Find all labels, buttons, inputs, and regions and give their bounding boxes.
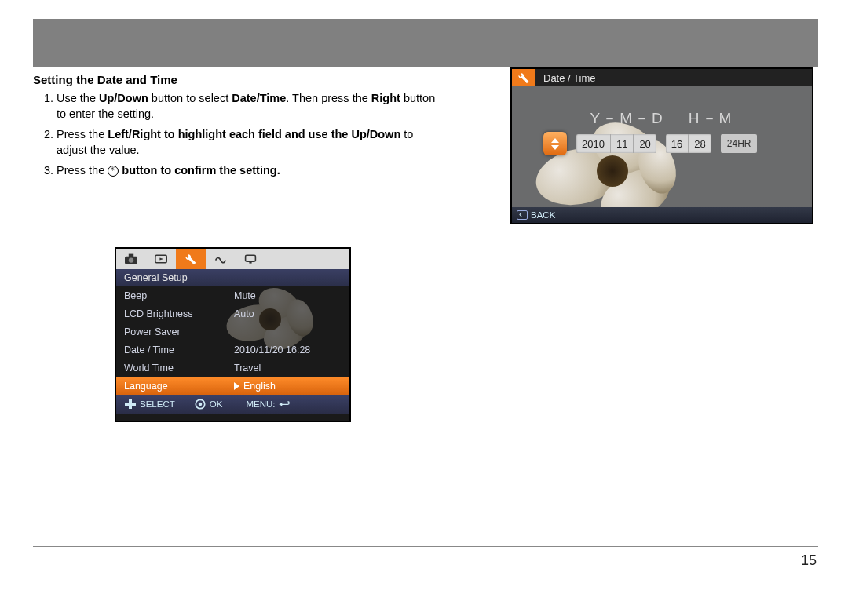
svg-rect-6 <box>249 261 251 263</box>
hour-mode-field[interactable]: 24HR <box>721 134 758 153</box>
back-label: BACK <box>531 210 555 220</box>
updown-arrow-icon[interactable] <box>543 132 567 155</box>
menu-value: Mute <box>234 290 256 301</box>
confirm-button-icon <box>108 166 119 177</box>
format-hm: H－M <box>689 110 734 126</box>
date-group: 2010 11 20 <box>576 134 656 153</box>
menu-label: Date / Time <box>116 344 234 355</box>
format-ymd: Y－M－D <box>590 110 665 126</box>
minute-field[interactable]: 28 <box>689 134 711 153</box>
month-field[interactable]: 11 <box>611 134 634 153</box>
menu-value: Travel <box>234 363 261 374</box>
bold-text: Up/Down <box>99 92 148 104</box>
instruction-item: Press the button to confirm the setting. <box>57 163 441 179</box>
svg-marker-4 <box>159 257 163 260</box>
instruction-item: Use the Up/Down button to select Date/Ti… <box>57 91 441 122</box>
wrench-icon <box>512 69 535 86</box>
menu-label: LCD Brightness <box>116 308 234 319</box>
datetime-body: Y－M－DH－M 2010 11 20 16 28 24HR <box>512 86 812 223</box>
text: Use the <box>57 92 99 104</box>
menu-label: Beep <box>116 290 234 301</box>
menu-value-text: English <box>243 381 276 392</box>
menu-value: 2010/11/20 16:28 <box>234 344 310 355</box>
bold-text: button to confirm the setting. <box>119 164 280 177</box>
datetime-format-labels: Y－M－DH－M <box>512 108 812 129</box>
tab-playback-icon[interactable] <box>146 249 176 269</box>
tab-display-icon[interactable] <box>236 249 265 269</box>
page-frame: Setting the Date and Time Use the Up/Dow… <box>33 19 818 579</box>
svg-point-10 <box>198 403 202 406</box>
text: button to select <box>148 92 232 104</box>
text: . Then press the <box>286 92 371 104</box>
menu-label: World Time <box>116 363 234 374</box>
menu-row-world-time[interactable]: World Time Travel <box>116 359 349 377</box>
menu-row-power-saver[interactable]: Power Saver <box>116 323 349 341</box>
text: Press the <box>57 164 108 177</box>
menu-row-date-time[interactable]: Date / Time 2010/11/20 16:28 <box>116 341 349 359</box>
hour-field[interactable]: 16 <box>666 134 689 153</box>
datetime-fields: 2010 11 20 16 28 24HR <box>543 132 757 155</box>
lcd-date-time: Date / Time Y－M－DH－M 2010 <box>510 67 813 224</box>
setup-menu-rows: Beep Mute LCD Brightness Auto Power Save… <box>116 286 349 395</box>
header-strip <box>33 19 818 67</box>
content-area: Setting the Date and Time Use the Up/Dow… <box>33 67 818 179</box>
setup-tab-row <box>116 249 349 269</box>
page-number: 15 <box>801 552 817 569</box>
bold-text: Right <box>371 92 400 104</box>
menu-row-beep[interactable]: Beep Mute <box>116 286 349 304</box>
datetime-back-row: BACK <box>512 207 812 223</box>
text: Press the <box>57 128 108 140</box>
bold-text: Date/Time <box>232 92 286 104</box>
svg-rect-5 <box>246 255 256 261</box>
svg-rect-1 <box>129 254 133 257</box>
lcd-general-setup: General Setup Beep Mute LCD Brightness A… <box>115 247 351 422</box>
instruction-item: Press the Left/Right to highlight each f… <box>57 127 441 158</box>
instruction-list: Use the Up/Down button to select Date/Ti… <box>33 91 441 179</box>
setup-title: General Setup <box>116 269 349 286</box>
menu-row-lcd-brightness[interactable]: LCD Brightness Auto <box>116 304 349 323</box>
menu-label: Power Saver <box>116 326 234 337</box>
menu-label: Language <box>116 381 234 392</box>
menu-value: Auto <box>234 308 254 319</box>
svg-rect-8 <box>125 403 136 406</box>
datetime-title-row: Date / Time <box>512 69 812 86</box>
svg-point-2 <box>129 257 133 262</box>
bold-text: Left/Right to highlight each field and u… <box>108 128 400 140</box>
footer-rule <box>33 546 818 547</box>
svg-marker-11 <box>280 402 283 406</box>
year-field[interactable]: 2010 <box>576 134 611 153</box>
menu-value: English <box>234 381 276 392</box>
menu-row-language[interactable]: Language English <box>116 377 349 395</box>
day-field[interactable]: 20 <box>634 134 656 153</box>
back-icon[interactable] <box>517 210 528 220</box>
datetime-title: Date / Time <box>543 72 595 84</box>
tab-camera-icon[interactable] <box>116 249 146 269</box>
tab-connection-icon[interactable] <box>206 249 236 269</box>
tab-wrench-icon[interactable] <box>176 249 206 269</box>
caret-right-icon <box>234 382 239 390</box>
time-group: 16 28 <box>666 134 711 153</box>
